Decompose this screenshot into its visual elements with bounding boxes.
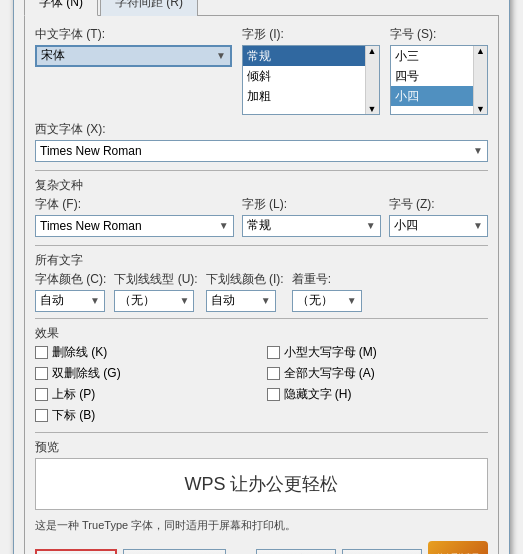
checkbox-all-caps: 全部大写字母 (A) [267,365,489,382]
style-item-bold[interactable]: 加粗 [243,86,365,106]
color-value: 自动 [40,292,64,309]
style-item-regular[interactable]: 常规 [243,46,365,66]
emphasis-arrow: ▼ [347,295,357,306]
effects-right: 小型大写字母 (M) 全部大写字母 (A) 隐藏文字 (H) [267,344,489,424]
small-caps-label: 小型大写字母 (M) [284,344,377,361]
underline-type-col: 下划线线型 (U): （无） ▼ [114,271,197,312]
size-list: 小三 四号 小四 ▲ ▼ [390,45,488,115]
bottom-buttons: 默认 (D)... 文本效果 (E)... 确定 取消 纯净系统家园 www.y… [35,541,488,555]
western-font-arrow: ▼ [473,145,483,156]
font-panel: 中文字体 (T): 宋体 ▼ 字形 (I): 常规 倾斜 加粗 [24,15,499,555]
color-select[interactable]: 自动 ▼ [35,290,105,312]
complex-font-section: 复杂文种 字体 (F): Times New Roman ▼ 字形 (L): 常… [35,177,488,237]
western-font-section: 西文字体 (X): Times New Roman ▼ [35,121,488,162]
checkbox-double-strikethrough: 双删除线 (G) [35,365,257,382]
preview-label: 预览 [35,439,488,456]
complex-style-label: 字形 (L): [242,196,381,213]
complex-style-arrow: ▼ [366,220,376,231]
checkbox-hidden: 隐藏文字 (H) [267,386,489,403]
watermark-logo: 纯净系统家园 www.yidaimei.com [428,541,488,555]
western-font-select[interactable]: Times New Roman ▼ [35,140,488,162]
checkbox-superscript: 上标 (P) [35,386,257,403]
emphasis-select[interactable]: （无） ▼ [292,290,362,312]
size-scrollbar[interactable]: ▲ ▼ [473,46,487,114]
checkbox-strikethrough: 删除线 (K) [35,344,257,361]
all-text-row: 字体颜色 (C): 自动 ▼ 下划线线型 (U): （无） ▼ [35,271,488,312]
complex-style-value: 常规 [247,217,271,234]
double-strikethrough-label: 双删除线 (G) [52,365,121,382]
text-effect-button[interactable]: 文本效果 (E)... [123,549,226,555]
effects-label: 效果 [35,325,488,342]
tab-spacing[interactable]: 字符间距 (R) [100,0,198,16]
strikethrough-label: 删除线 (K) [52,344,107,361]
divider-3 [35,318,488,319]
complex-font-arrow: ▼ [219,220,229,231]
style-list-inner: 常规 倾斜 加粗 [243,46,365,114]
cancel-button[interactable]: 取消 [342,549,422,555]
emphasis-col: 着重号: （无） ▼ [292,271,362,312]
western-font-label: 西文字体 (X): [35,121,488,138]
checkbox-subscript: 下标 (B) [35,407,257,424]
all-text-label: 所有文字 [35,252,488,269]
underline-color-value: 自动 [211,292,235,309]
style-list: 常规 倾斜 加粗 ▲ ▼ [242,45,380,115]
style-scrollbar[interactable]: ▲ ▼ [365,46,379,114]
size-item-sihao[interactable]: 四号 [391,66,473,86]
subscript-checkbox[interactable] [35,409,48,422]
superscript-label: 上标 (P) [52,386,95,403]
style-item-italic[interactable]: 倾斜 [243,66,365,86]
divider-4 [35,432,488,433]
underline-color-arrow: ▼ [261,295,271,306]
underline-type-label: 下划线线型 (U): [114,271,197,288]
all-caps-checkbox[interactable] [267,367,280,380]
complex-font-label: 字体 (F): [35,196,234,213]
preview-section: 预览 WPS 让办公更轻松 [35,439,488,510]
style-label: 字形 (I): [242,26,380,43]
complex-font-select[interactable]: Times New Roman ▼ [35,215,234,237]
complex-size-select[interactable]: 小四 ▼ [389,215,488,237]
effects-left: 删除线 (K) 双删除线 (G) 上标 (P) 下标 (B) [35,344,257,424]
chinese-font-arrow: ▼ [216,50,226,61]
size-item-xiaosi[interactable]: 小四 [391,86,473,106]
complex-font-value: Times New Roman [40,219,142,233]
hidden-label: 隐藏文字 (H) [284,386,352,403]
underline-color-col: 下划线颜色 (I): 自动 ▼ [206,271,284,312]
hidden-checkbox[interactable] [267,388,280,401]
underline-type-select[interactable]: （无） ▼ [114,290,194,312]
color-col: 字体颜色 (C): 自动 ▼ [35,271,106,312]
chinese-font-col: 中文字体 (T): 宋体 ▼ [35,26,232,67]
tab-font[interactable]: 字体 (N) [24,0,98,16]
size-item-xiaosan[interactable]: 小三 [391,46,473,66]
size-col: 字号 (S): 小三 四号 小四 ▲ ▼ [390,26,488,115]
color-arrow: ▼ [90,295,100,306]
font-dialog: W 字体 − □ ✕ 字体 (N) 字符间距 (R) 中文字体 (T): 宋体 [13,0,510,554]
complex-size-col: 字号 (Z): 小四 ▼ [389,196,488,237]
strikethrough-checkbox[interactable] [35,346,48,359]
all-text-section: 所有文字 字体颜色 (C): 自动 ▼ 下划线线型 (U): [35,252,488,312]
chinese-font-value: 宋体 [41,47,65,64]
complex-font-section-label: 复杂文种 [35,177,488,194]
hint-text: 这是一种 TrueType 字体，同时适用于屏幕和打印机。 [35,518,488,533]
size-label: 字号 (S): [390,26,488,43]
underline-type-arrow: ▼ [179,295,189,306]
superscript-checkbox[interactable] [35,388,48,401]
double-strikethrough-checkbox[interactable] [35,367,48,380]
complex-size-label: 字号 (Z): [389,196,488,213]
preview-box: WPS 让办公更轻松 [35,458,488,510]
subscript-label: 下标 (B) [52,407,95,424]
default-button[interactable]: 默认 (D)... [35,549,117,555]
chinese-font-select[interactable]: 宋体 ▼ [35,45,232,67]
underline-color-select[interactable]: 自动 ▼ [206,290,276,312]
size-list-inner: 小三 四号 小四 [391,46,473,114]
emphasis-value: （无） [297,292,333,309]
tab-bar: 字体 (N) 字符间距 (R) [24,0,499,16]
complex-font-col: 字体 (F): Times New Roman ▼ [35,196,234,237]
small-caps-checkbox[interactable] [267,346,280,359]
complex-style-select[interactable]: 常规 ▼ [242,215,381,237]
emphasis-label: 着重号: [292,271,362,288]
complex-size-value: 小四 [394,217,418,234]
ok-button[interactable]: 确定 [256,549,336,555]
all-caps-label: 全部大写字母 (A) [284,365,375,382]
preview-text: WPS 让办公更轻松 [184,472,338,496]
complex-font-row: 字体 (F): Times New Roman ▼ 字形 (L): 常规 ▼ [35,196,488,237]
